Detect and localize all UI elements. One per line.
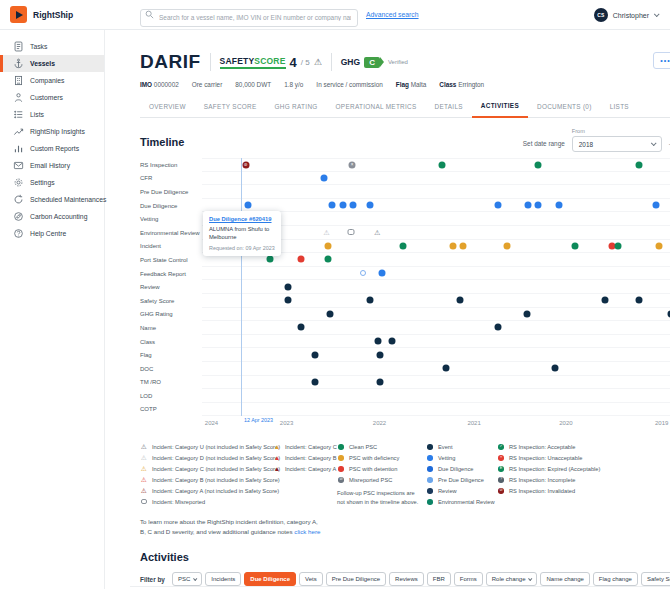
chip-safety-score[interactable]: Safety Score: [641, 572, 670, 586]
chip-fbr[interactable]: FBR: [427, 572, 451, 586]
chip-incidents[interactable]: Incidents: [205, 572, 241, 586]
event-dot-dd[interactable]: [495, 202, 502, 209]
sidebar-item-carbon-accounting[interactable]: Carbon Accounting: [0, 208, 104, 225]
event-dot-event[interactable]: [284, 283, 291, 290]
sidebar-item-customers[interactable]: Customers: [0, 89, 104, 106]
chip-due-diligence[interactable]: Due Diligence: [244, 572, 296, 586]
event-dot-dd[interactable]: [534, 202, 541, 209]
sidebar-item-settings[interactable]: Settings: [0, 174, 104, 191]
sidebar-item-rightship-insights[interactable]: RightShip Insights: [0, 123, 104, 140]
timeline-row-track: [202, 335, 670, 349]
event-dot-dd[interactable]: [339, 202, 346, 209]
event-dot-event[interactable]: [524, 310, 531, 317]
sidebar-item-tasks[interactable]: Tasks: [0, 38, 104, 55]
event-dot-psc-clean[interactable]: [324, 256, 331, 263]
timeline-row-flag: Flag: [140, 348, 670, 362]
date-from-select[interactable]: 2018: [572, 136, 662, 152]
incident-triangle-icon[interactable]: ⚠: [374, 229, 380, 236]
event-dot-dd[interactable]: [652, 202, 659, 209]
incident-triangle-icon[interactable]: ⚠: [323, 229, 329, 236]
sidebar-item-companies[interactable]: Companies: [0, 72, 104, 89]
event-dot-dd[interactable]: [350, 202, 357, 209]
event-dot-dd[interactable]: [555, 202, 562, 209]
event-dot-psc-def[interactable]: [655, 242, 662, 249]
tab-operational-metrics[interactable]: OPERATIONAL METRICS: [327, 103, 426, 117]
event-dot-event[interactable]: [375, 338, 382, 345]
timeline-row-track: [202, 172, 670, 186]
sidebar-item-vessels[interactable]: Vessels: [0, 55, 104, 72]
event-dot-dd[interactable]: [244, 202, 251, 209]
event-dot-dd[interactable]: [329, 202, 336, 209]
event-dot-rs-ok[interactable]: [534, 161, 541, 168]
sidebar-item-label: Companies: [30, 77, 64, 84]
event-ring-fbr-open[interactable]: [360, 270, 366, 276]
event-dot-event[interactable]: [311, 351, 318, 358]
comment-icon[interactable]: [347, 229, 354, 235]
sidebar-item-email-history[interactable]: Email History: [0, 157, 104, 174]
event-dot-psc-def[interactable]: [460, 242, 467, 249]
chip-psc[interactable]: PSC: [172, 572, 202, 586]
user-menu[interactable]: CS Christopher: [594, 8, 658, 22]
event-dot-event[interactable]: [298, 324, 305, 331]
timeline-row-track: [202, 403, 670, 417]
event-dot-psc-clean[interactable]: [572, 242, 579, 249]
event-dot-psc-def[interactable]: [324, 242, 331, 249]
tab-documents-0[interactable]: DOCUMENTS (0): [528, 103, 601, 117]
tab-lists[interactable]: LISTS: [601, 103, 638, 117]
event-dot-event[interactable]: [635, 297, 642, 304]
chip-name-change[interactable]: Name change: [540, 572, 589, 586]
tooltip-due-diligence-link[interactable]: Due Diligence #620419: [209, 216, 275, 222]
more-actions-button[interactable]: •••: [653, 52, 670, 69]
event-dot-fbr[interactable]: [379, 270, 386, 277]
chip-reviews[interactable]: Reviews: [389, 572, 424, 586]
sidebar-item-scheduled-maintenances[interactable]: Scheduled Maintenances: [0, 191, 104, 208]
event-dot-rs-ok[interactable]: [438, 161, 445, 168]
event-dot-event[interactable]: [311, 378, 318, 385]
vessel-meta-item: Ore carrier: [192, 81, 223, 88]
event-dot-rs-ok[interactable]: [635, 161, 642, 168]
search-input[interactable]: [140, 9, 358, 27]
tab-safety-score[interactable]: SAFETY SCORE: [195, 103, 266, 117]
event-dot-event[interactable]: [327, 310, 334, 317]
event-dot-psc-def[interactable]: [503, 242, 510, 249]
event-dot-event[interactable]: [495, 324, 502, 331]
chip-flag-change[interactable]: Flag change: [593, 572, 638, 586]
sidebar-item-lists[interactable]: Lists: [0, 106, 104, 123]
chip-vets[interactable]: Vets: [299, 572, 323, 586]
sidebar-item-custom-reports[interactable]: Custom Reports: [0, 140, 104, 157]
tab-activities[interactable]: ACTIVITIES: [472, 102, 528, 118]
event-dot-event[interactable]: [366, 297, 373, 304]
event-dot-event[interactable]: [388, 338, 395, 345]
event-dot-psc-clean[interactable]: [400, 242, 407, 249]
event-dot-event[interactable]: [552, 365, 559, 372]
event-dot-dd[interactable]: [366, 202, 373, 209]
event-dot-event[interactable]: [376, 378, 383, 385]
event-dot-psc-def[interactable]: [450, 242, 457, 249]
event-tooltip: Due Diligence #620419 ALUMNA from Shufu …: [203, 211, 281, 256]
click-here-link[interactable]: click here: [294, 528, 320, 535]
advanced-search-link[interactable]: Advanced search: [366, 11, 419, 18]
legend-dot-icon: ?: [497, 477, 505, 483]
comment-icon: [140, 499, 148, 504]
tab-details[interactable]: DETAILS: [426, 103, 472, 117]
event-dot-rs-incomplete[interactable]: ×: [349, 161, 356, 168]
event-dot-dd[interactable]: [525, 202, 532, 209]
tab-overview[interactable]: OVERVIEW: [140, 103, 195, 117]
event-dot-event[interactable]: [601, 297, 608, 304]
event-dot-event[interactable]: [443, 365, 450, 372]
tab-ghg-rating[interactable]: GHG RATING: [266, 103, 327, 117]
avatar[interactable]: CS: [594, 8, 608, 22]
sidebar-item-help-centre[interactable]: Help Centre: [0, 225, 104, 242]
event-dot-psc-det[interactable]: [298, 256, 305, 263]
chip-forms[interactable]: Forms: [454, 572, 483, 586]
event-dot-rs-invalid[interactable]: ⊘: [242, 161, 249, 168]
event-dot-event[interactable]: [284, 297, 291, 304]
event-dot-vet[interactable]: [321, 174, 328, 181]
event-dot-event[interactable]: [376, 351, 383, 358]
chip-role-change[interactable]: Role change: [486, 572, 538, 586]
event-dot-event[interactable]: [456, 297, 463, 304]
event-dot-psc-clean[interactable]: [266, 256, 273, 263]
timeline-row-cfr: CFR: [140, 172, 670, 186]
chip-pre-due-diligence[interactable]: Pre Due Diligence: [326, 572, 386, 586]
event-dot-psc-clean[interactable]: [615, 242, 622, 249]
